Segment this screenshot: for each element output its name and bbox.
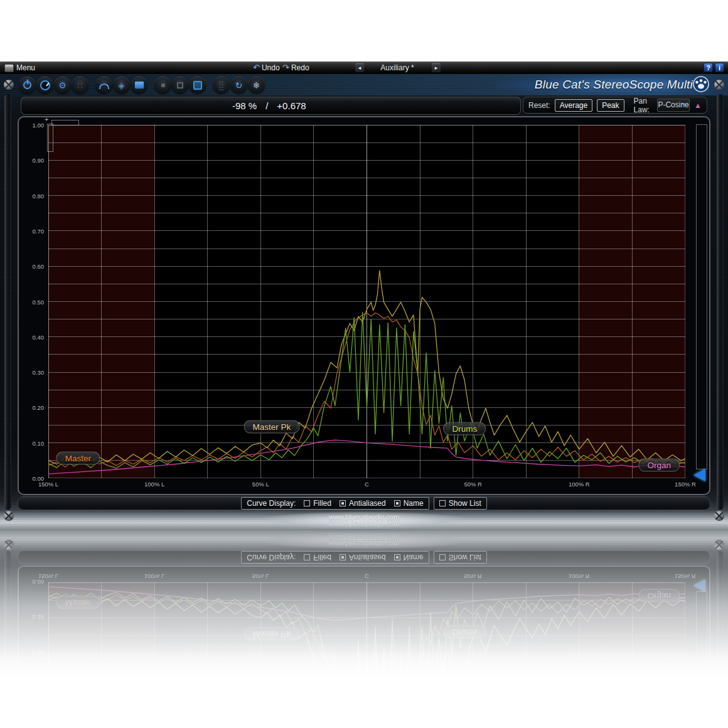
left-rail [4,94,11,510]
settings-gear-icon: ⚙ [58,81,67,90]
knob-icon [40,80,50,90]
y-axis-tick: 0.50 [24,299,44,306]
aux-selector[interactable]: Auxiliary * [365,62,429,74]
redo-button[interactable]: ↷Redo [282,62,309,74]
reset-peak-button[interactable]: Peak [597,99,624,112]
x-axis-tick: 150% L [28,481,68,488]
settings-gear-button[interactable]: ⚙ [54,77,71,94]
dot-view-icon [161,83,165,87]
small-window-icon [177,82,183,88]
control-strip: -98 %/+0.678 Reset: Average Peak Pan Law… [0,95,728,116]
pan-law-dropdown[interactable]: P-Cosine▼ [657,99,690,112]
curve-label-organ[interactable]: Organ [639,459,680,472]
scope-display: 1.000.900.800.700.600.500.400.300.200.10… [18,116,710,495]
curve-label-drums[interactable]: Drums [444,422,486,436]
curve-label-master-pk[interactable]: Master Pk [244,420,300,433]
redo-arrow-icon: ↷ [282,63,289,72]
grid-view-button[interactable]: ⣿ [213,77,230,94]
readout-separator: / [265,100,268,111]
readout-text: -98 %/+0.678 [232,97,315,114]
x-axis-tick: 50% L [240,481,281,488]
curve-display-label: Curve Display: [247,499,296,508]
freeze-button[interactable]: ❄ [248,77,265,94]
website-link[interactable]: www.bluecataudio.com [0,513,728,521]
y-axis-tick: 1.00 [24,122,44,129]
reset-panlaw-panel: Reset: Average Peak Pan Law: P-Cosine▼ ▲ [523,97,707,114]
large-window-button[interactable] [189,77,206,94]
x-axis-tick: 50% R [453,481,493,488]
large-window-icon [193,81,202,90]
vertical-zoom-bar[interactable] [47,124,53,152]
sync-icon: ↻ [235,81,243,90]
knob-button[interactable] [36,77,53,94]
checkbox-label: Show List [449,499,481,508]
vertical-zoom-track[interactable] [696,124,707,469]
pan-law-label: Pan Law: [634,97,653,114]
menu-icon [4,64,14,72]
checkbox-label: Name [404,499,424,508]
filled-square-button[interactable] [131,77,147,94]
dot-view-button[interactable] [154,77,171,94]
layers-diamond-button[interactable]: ◈ [113,77,130,94]
grid-view-icon: ⣿ [218,81,224,90]
pan-position-value: -98 % [232,100,257,111]
x-axis-tick: 100% L [134,481,174,488]
curve-wave-button[interactable] [95,77,112,94]
plugin-window: Menu ↶Undo ↷Redo ◂ Auxiliary * ▸ ? i ⚙∷◈… [0,62,728,530]
preset-dots-button[interactable]: ∷ [72,77,88,94]
y-axis-tick: 0.20 [24,404,44,411]
value-readout: -98 %/+0.678 [21,97,521,115]
screenshot-stage: Menu ↶Undo ↷Redo ◂ Auxiliary * ▸ ? i ⚙∷◈… [0,0,728,728]
curve-display-bar: Curve Display: FilledAntialiasedName Sho… [18,496,710,510]
menu-button[interactable]: Menu [16,62,35,74]
y-axis-tick: 0.60 [24,263,44,270]
curve-display-group: Curve Display: FilledAntialiasedName [241,497,429,510]
horizontal-zoom-bar[interactable] [51,120,79,126]
preset-dots-icon: ∷ [77,81,83,90]
y-axis-tick: 0.70 [24,228,44,235]
checkbox-name[interactable]: Name [394,499,424,508]
reflection: Menu ↶Undo ↷Redo ◂ Auxiliary * ▸ ? i ⚙∷◈… [0,530,728,728]
small-window-button[interactable] [171,77,188,94]
power-button[interactable] [19,77,36,94]
pan-law-spin-button[interactable]: ▲ [694,101,702,110]
zoom-plus-icon[interactable]: + [45,115,48,123]
x-axis-tick: 100% R [559,481,599,488]
plugin-title: Blue Cat's StereoScope Multi [535,78,693,92]
curve-label-master[interactable]: Master [56,451,100,464]
curve-wave-icon [99,83,109,89]
reflection-fade [0,530,728,728]
checkbox-filled[interactable]: Filled [304,499,331,508]
y-axis-tick: 0.90 [24,157,44,164]
checkbox-icon [304,500,310,506]
screw-icon [714,80,724,90]
power-icon [23,81,31,89]
sync-button[interactable]: ↻ [230,77,247,94]
branding-zone: www.bluecataudio.com www.bluecataudio.co… [0,510,728,530]
checkbox-show-list[interactable]: Show List [439,499,481,508]
scroll-arrow-icon[interactable] [693,469,705,481]
checkbox-label: Filled [313,499,331,508]
correlation-value: +0.678 [277,100,306,111]
freeze-icon: ❄ [253,81,260,90]
aux-next-button[interactable]: ▸ [432,63,441,72]
reset-average-button[interactable]: Average [555,99,592,112]
checkbox-antialiased[interactable]: Antialiased [340,499,386,508]
toolbar: ⚙∷◈⣿↻❄ Blue Cat's StereoScope Multi [0,74,728,95]
y-axis-tick: 0.10 [24,440,44,447]
chevron-down-icon: ▼ [681,99,687,111]
right-rail [717,94,724,510]
help-button[interactable]: ? [704,63,713,72]
stereo-field-plot[interactable] [48,125,685,478]
y-axis-tick: 0.30 [24,369,44,376]
undo-arrow-icon: ↶ [253,63,260,72]
checkbox-icon [340,500,346,506]
screw-icon [4,80,14,90]
checkbox-icon [394,500,400,506]
info-button[interactable]: i [715,63,724,72]
reset-label: Reset: [528,101,550,110]
aux-prev-button[interactable]: ◂ [355,63,364,72]
undo-button[interactable]: ↶Undo [253,62,280,74]
bluecat-logo-icon [693,76,709,92]
filled-square-icon [134,81,144,89]
